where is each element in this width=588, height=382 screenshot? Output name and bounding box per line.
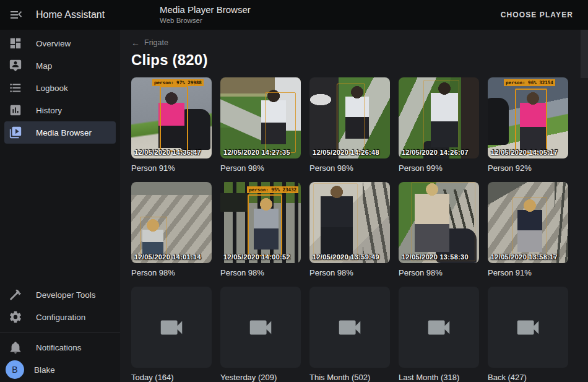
detection-bbox xyxy=(423,80,459,155)
folder-card[interactable]: Today (164) xyxy=(131,287,212,382)
clip-thumbnail[interactable]: person: 96% 32154 12/05/2020 14:05:17 xyxy=(488,77,568,158)
clip-thumbnail[interactable]: 12/05/2020 14:26:48 xyxy=(309,77,390,158)
sidebar-item-notifications[interactable]: Notifications xyxy=(4,336,116,358)
clip-card[interactable]: 12/05/2020 13:59:49 Person 98% xyxy=(309,182,390,278)
clip-thumbnail[interactable]: 12/05/2020 13:59:49 xyxy=(309,182,390,263)
scrollbar[interactable] xyxy=(581,30,588,382)
clip-card[interactable]: 12/05/2020 14:01:14 Person 98% xyxy=(131,182,212,278)
clip-thumbnail[interactable]: 12/05/2020 14:01:14 xyxy=(131,182,212,263)
detection-label: person: 95% 23432 xyxy=(247,186,298,193)
sidebar-item-media-browser[interactable]: Media Browser xyxy=(4,121,116,144)
clip-card[interactable]: person: 96% 32154 12/05/2020 14:05:17 Pe… xyxy=(488,77,568,173)
folder-card[interactable]: Back (427) xyxy=(488,287,568,382)
notifications-label: Notifications xyxy=(36,343,82,352)
video-camera-icon xyxy=(246,313,275,342)
clip-card[interactable]: 12/05/2020 14:26:48 Person 98% xyxy=(309,77,390,173)
clips-grid: person: 97% 29988 12/05/2020 14:36:47 Pe… xyxy=(131,77,588,382)
detection-bbox xyxy=(313,183,358,261)
folder-card[interactable]: Yesterday (209) xyxy=(220,287,301,382)
bell-icon xyxy=(9,341,22,354)
clip-timestamp: 12/05/2020 14:00:52 xyxy=(223,253,290,261)
clip-timestamp: 12/05/2020 13:58:30 xyxy=(402,253,469,261)
video-camera-icon xyxy=(157,313,186,342)
detection-bbox xyxy=(265,92,296,153)
user-name: Blake xyxy=(34,365,55,375)
media-browser-content: ← Frigate Clips (820) person: 97% 29988 … xyxy=(120,30,588,382)
folder-card[interactable]: Last Month (318) xyxy=(399,287,479,382)
sidebar-bottom-items: Developer Tools Configuration Notificati… xyxy=(0,284,120,382)
clip-card[interactable]: 12/05/2020 14:27:35 Person 98% xyxy=(220,77,301,173)
hammer-icon xyxy=(9,288,22,302)
clip-thumbnail[interactable]: 12/05/2020 13:58:30 xyxy=(399,182,479,263)
clip-timestamp: 12/05/2020 14:27:35 xyxy=(223,149,290,156)
sidebar-item-map[interactable]: Map xyxy=(4,54,116,77)
detection-bbox xyxy=(512,197,547,259)
clip-card[interactable]: 12/05/2020 13:58:17 Person 91% xyxy=(488,182,568,278)
clip-caption: Person 91% xyxy=(488,268,568,278)
sidebar-item-logbook[interactable]: Logbook xyxy=(4,77,116,99)
sidebar-item-history[interactable]: History xyxy=(4,99,116,121)
folder-card[interactable]: This Month (502) xyxy=(309,287,390,382)
folder-caption: Last Month (318) xyxy=(399,373,479,382)
clip-caption: Person 98% xyxy=(309,163,390,173)
clip-caption: Person 98% xyxy=(399,268,479,278)
page-title-clips: Clips (820) xyxy=(131,51,588,69)
app-title: Home Assistant xyxy=(36,9,105,20)
folder-caption: This Month (502) xyxy=(309,373,390,382)
clip-card[interactable]: 12/05/2020 14:26:07 Person 99% xyxy=(399,77,479,173)
video-camera-icon xyxy=(335,313,364,342)
sidebar-item-overview[interactable]: Overview xyxy=(4,32,116,54)
clip-thumbnail[interactable]: 12/05/2020 14:26:07 xyxy=(399,77,479,158)
breadcrumb-label: Frigate xyxy=(144,38,168,47)
clip-timestamp: 12/05/2020 13:59:49 xyxy=(313,253,379,261)
cog-icon xyxy=(9,310,22,324)
detection-bbox xyxy=(515,89,547,154)
chart-box-icon xyxy=(9,103,22,117)
sidebar-item-configuration[interactable]: Configuration xyxy=(4,306,116,328)
page-subtitle: Web Browser xyxy=(160,17,251,25)
folder-thumbnail[interactable] xyxy=(309,287,390,368)
clip-thumbnail[interactable]: person: 97% 29988 12/05/2020 14:36:47 xyxy=(131,77,212,158)
detection-bbox xyxy=(160,86,188,152)
sidebar-item-developer-tools[interactable]: Developer Tools xyxy=(4,284,116,306)
clip-thumbnail[interactable]: person: 95% 23432 12/05/2020 14:00:52 xyxy=(220,182,301,263)
clip-card[interactable]: person: 97% 29988 12/05/2020 14:36:47 Pe… xyxy=(131,77,212,173)
detection-label: person: 96% 32154 xyxy=(504,79,555,86)
clip-caption: Person 98% xyxy=(131,268,212,278)
view-dashboard-icon xyxy=(9,37,22,50)
sidebar-top-items: Overview Map Logbook History Media Brows… xyxy=(0,32,120,144)
choose-player-button[interactable]: CHOOSE PLAYER xyxy=(497,6,577,24)
top-app-bar: Home Assistant Media Player Browser Web … xyxy=(0,0,588,30)
page-title: Media Player Browser xyxy=(160,4,251,15)
breadcrumb[interactable]: ← Frigate xyxy=(131,38,168,47)
clip-thumbnail[interactable]: 12/05/2020 13:58:17 xyxy=(488,182,568,263)
clip-card[interactable]: person: 95% 23432 12/05/2020 14:00:52 Pe… xyxy=(220,182,301,278)
folder-caption: Yesterday (209) xyxy=(220,373,301,382)
folder-thumbnail[interactable] xyxy=(220,287,301,368)
clip-caption: Person 98% xyxy=(220,163,301,173)
clip-timestamp: 12/05/2020 14:05:17 xyxy=(491,149,558,156)
sidebar-item-profile[interactable]: B Blake xyxy=(4,358,116,381)
clip-caption: Person 98% xyxy=(220,268,301,278)
detection-label: person: 97% 29988 xyxy=(152,79,204,86)
folder-thumbnail[interactable] xyxy=(488,287,568,368)
clip-timestamp: 12/05/2020 14:01:14 xyxy=(134,253,201,261)
clip-timestamp: 12/05/2020 14:26:07 xyxy=(402,149,469,156)
detection-bbox xyxy=(337,84,365,153)
sidebar-toggle-icon[interactable] xyxy=(9,7,24,22)
detection-bbox xyxy=(248,194,282,256)
tooltip-account-icon xyxy=(9,59,22,72)
clip-thumbnail[interactable]: 12/05/2020 14:27:35 xyxy=(220,77,301,158)
avatar: B xyxy=(6,360,24,379)
scrollbar-thumb[interactable] xyxy=(581,30,588,78)
folder-thumbnail[interactable] xyxy=(399,287,479,368)
folder-caption: Today (164) xyxy=(131,373,212,382)
folder-thumbnail[interactable] xyxy=(131,287,212,368)
page-heading: Media Player Browser Web Browser xyxy=(160,4,251,25)
clip-caption: Person 92% xyxy=(488,163,568,173)
sidebar-header: Home Assistant xyxy=(0,7,120,22)
clip-card[interactable]: 12/05/2020 13:58:30 Person 98% xyxy=(399,182,479,278)
clip-caption: Person 98% xyxy=(309,268,390,278)
play-box-multiple-icon xyxy=(9,126,22,139)
clip-timestamp: 12/05/2020 14:26:48 xyxy=(313,149,379,156)
